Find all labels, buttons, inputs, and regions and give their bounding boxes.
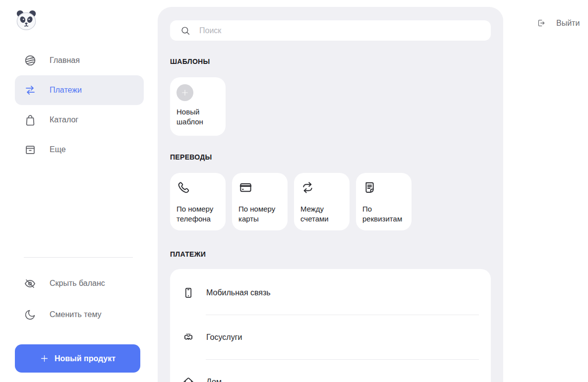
sidebar-item-label: Еще — [50, 145, 66, 154]
payment-item-label: Госуслуги — [206, 333, 242, 342]
logout-label: Выйти — [556, 19, 580, 28]
requisites-icon — [362, 180, 377, 195]
payment-item-label: Дом — [206, 378, 222, 382]
transfer-card-label: По номеру карты — [238, 204, 281, 224]
transfer-between-accounts-card[interactable]: Между счетами — [294, 173, 350, 230]
logout-icon — [536, 18, 546, 28]
shopping-bag-icon — [24, 113, 37, 126]
sidebar: Главная Платежи Катало — [0, 0, 158, 382]
payments-list-card: Мобильная связь Госуслуги — [170, 269, 491, 382]
plus-circle-icon — [176, 84, 193, 101]
sidebar-item-payments[interactable]: Платежи — [15, 75, 144, 105]
globe-waves-icon — [24, 54, 37, 67]
between-accounts-icon — [300, 180, 315, 195]
hide-balance-label: Скрыть баланс — [50, 279, 105, 288]
gosuslugi-eagle-icon — [182, 331, 195, 344]
payment-item-gosuslugi[interactable]: Госуслуги — [170, 315, 491, 359]
new-template-label: Новый шаблон — [176, 107, 219, 127]
transfer-by-requisites-card[interactable]: По реквизитам — [356, 173, 412, 230]
transfer-by-phone-card[interactable]: По номеру телефона — [170, 173, 226, 230]
plus-icon — [40, 354, 49, 363]
search-bar[interactable] — [170, 20, 491, 41]
box-icon — [24, 143, 37, 156]
change-theme-label: Сменить тему — [50, 310, 102, 319]
payment-item-mobile[interactable]: Мобильная связь — [170, 271, 491, 315]
logout-button[interactable]: Выйти — [536, 18, 580, 28]
credit-card-icon — [238, 180, 253, 195]
new-product-label: Новый продукт — [55, 354, 116, 363]
change-theme-item[interactable]: Сменить тему — [15, 303, 144, 327]
phone-icon — [176, 180, 191, 195]
search-input[interactable] — [199, 26, 483, 35]
payments-section-title: ПЛАТЕЖИ — [170, 250, 491, 258]
transfer-by-card-card[interactable]: По номеру карты — [232, 173, 288, 230]
templates-section-title: ШАБЛОНЫ — [170, 57, 491, 65]
sidebar-item-label: Главная — [50, 56, 80, 65]
transfer-arrows-icon — [24, 84, 37, 97]
main-panel: ШАБЛОНЫ Новый шаблон ПЕРЕВОДЫ По номеру … — [158, 7, 503, 382]
new-product-button[interactable]: Новый продукт — [15, 344, 140, 373]
transfers-section-title: ПЕРЕВОДЫ — [170, 153, 491, 161]
smartphone-icon — [182, 286, 195, 299]
hide-balance-item[interactable]: Скрыть баланс — [15, 272, 144, 295]
new-template-card[interactable]: Новый шаблон — [170, 77, 226, 136]
transfer-card-label: По номеру телефона — [176, 204, 219, 224]
panda-logo-icon[interactable] — [15, 9, 38, 32]
sidebar-divider — [24, 257, 133, 258]
sidebar-item-label: Платежи — [50, 86, 82, 95]
payment-item-home[interactable]: Дом — [170, 360, 491, 382]
sidebar-nav: Главная Платежи Катало — [15, 46, 144, 164]
sidebar-item-home[interactable]: Главная — [15, 46, 144, 75]
sidebar-item-catalog[interactable]: Каталог — [15, 105, 144, 135]
transfer-card-label: По реквизитам — [362, 204, 405, 224]
eye-off-icon — [24, 277, 36, 290]
search-icon — [180, 25, 191, 36]
sidebar-item-more[interactable]: Еще — [15, 135, 144, 164]
sidebar-item-label: Каталог — [50, 115, 78, 124]
home-icon — [182, 376, 195, 382]
app-screen: Главная Платежи Катало — [0, 0, 588, 382]
transfers-row: По номеру телефона По номеру карты — [170, 173, 491, 230]
payment-item-label: Мобильная связь — [206, 288, 271, 297]
moon-icon — [24, 309, 36, 321]
transfer-card-label: Между счетами — [300, 204, 343, 224]
